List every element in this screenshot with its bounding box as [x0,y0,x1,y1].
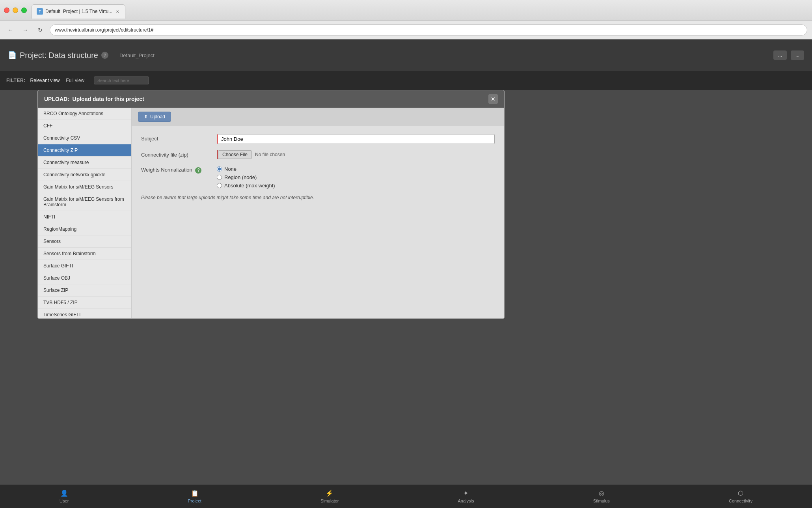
bottom-nav-connectivity[interactable]: ⬡Connectivity [721,488,760,505]
bottom-bar: 👤User📋Project⚡Simulator✦Analysis◎Stimulu… [0,484,812,508]
filter-label: FILTER: [6,78,26,83]
modal-body: BRCO Ontology AnnotationsCFFConnectivity… [38,108,504,319]
form-row-connectivity: Connectivity file (zip) Choose File No f… [141,150,495,159]
maximize-traffic-light[interactable] [21,7,27,13]
filter-bar: FILTER: Relevant view Full view [0,71,812,90]
radio-region-label: Region (node) [224,174,257,180]
project-icon: 📋 [191,489,199,497]
simulator-icon: ⚡ [326,489,333,497]
upload-modal: UPLOAD: Upload data for this project ✕ B… [37,90,505,319]
upload-label: Upload [150,114,165,120]
modal-nav-item[interactable]: NIFTI [38,211,131,223]
modal-nav-item[interactable]: Surface OBJ [38,272,131,284]
modal-nav-item[interactable]: RegionMapping [38,223,131,235]
main-area: 📦SensorsMEG - 248_sensors - sensors_impo… [0,90,812,484]
choose-file-button[interactable]: Choose File [218,150,252,159]
weights-info-icon[interactable]: ? [195,167,201,174]
radio-absolute[interactable]: Absolute (max weight) [217,183,495,189]
warning-text: Please be aware that large uploads might… [141,195,495,200]
connectivity-control: Choose File No file chosen [217,150,495,159]
bottom-nav-project[interactable]: 📋Project [180,488,209,505]
bottom-nav-simulator[interactable]: ⚡Simulator [313,488,346,505]
modal-toolbar: ⬆ Upload [132,108,504,126]
titlebar: T Default_Project | 1.5 The Virtu... ✕ [0,0,812,21]
weights-control: None Region (node) Absolute (max weight) [217,165,495,189]
modal-title: UPLOAD: Upload data for this project [44,96,144,102]
tab-favicon: T [37,8,43,15]
modal-content-area: ⬆ Upload Subject Connectivit [132,108,504,319]
radio-none[interactable]: None [217,166,495,172]
radio-absolute-label: Absolute (max weight) [224,183,275,189]
subject-input[interactable] [217,134,495,144]
modal-nav-item[interactable]: Surface ZIP [38,284,131,297]
modal-nav-item[interactable]: BRCO Ontology Annotations [38,108,131,120]
refresh-button[interactable]: ↻ [35,24,46,35]
modal-title-prefix: UPLOAD: [44,96,69,102]
weights-label: Weights Normalization ? [141,165,212,174]
filter-relevant-view[interactable]: Relevant view [30,78,60,83]
connectivity-icon: ⬡ [738,489,743,497]
project-label: Project [188,499,201,503]
modal-close-button[interactable]: ✕ [488,94,498,104]
tab-title: Default_Project | 1.5 The Virtu... [45,9,112,14]
radio-absolute-input[interactable] [217,183,222,188]
no-file-text: No file chosen [255,152,285,157]
tab-bar: T Default_Project | 1.5 The Virtu... ✕ [32,0,808,20]
stimulus-icon: ◎ [599,489,604,497]
search-input[interactable] [94,77,149,84]
modal-nav-item[interactable]: TimeSeries GIFTI [38,309,131,319]
user-icon: 👤 [60,489,68,497]
minimize-traffic-light[interactable] [13,7,18,13]
radio-region[interactable]: Region (node) [217,174,495,180]
bottom-nav-stimulus[interactable]: ◎Stimulus [585,488,618,505]
back-button[interactable]: ← [5,24,16,35]
radio-none-label: None [224,166,237,172]
app-title-group: 📄 Project: Data structure ? [8,51,108,60]
url-bar[interactable]: www.thevirtualbrain.org/project/editstru… [50,24,807,35]
modal-nav: BRCO Ontology AnnotationsCFFConnectivity… [38,108,132,319]
radio-none-input[interactable] [217,166,222,172]
modal-form: Subject Connectivity file (zip) Choose F… [132,126,504,319]
modal-title-main: Upload data for this project [73,96,144,102]
header-btn-1[interactable]: ... [773,50,787,60]
analysis-icon: ✦ [463,489,468,497]
modal-nav-item[interactable]: Surface GIFTI [38,260,131,272]
modal-nav-item[interactable]: TVB HDF5 / ZIP [38,297,131,309]
simulator-label: Simulator [320,499,339,503]
modal-nav-item[interactable]: Connectivity networkx gpickle [38,169,131,181]
addressbar: ← → ↻ www.thevirtualbrain.org/project/ed… [0,21,812,39]
close-traffic-light[interactable] [4,7,9,13]
upload-icon: ⬆ [144,114,148,120]
connectivity-label: Connectivity [729,499,752,503]
browser-tab[interactable]: T Default_Project | 1.5 The Virtu... ✕ [32,4,125,19]
user-label: User [60,499,69,503]
bottom-nav-user[interactable]: 👤User [52,488,76,505]
help-icon[interactable]: ? [101,52,108,59]
filter-full-view[interactable]: Full view [66,78,84,83]
modal-nav-item[interactable]: Connectivity measure [38,157,131,169]
bottom-nav-analysis[interactable]: ✦Analysis [450,488,482,505]
modal-nav-item[interactable]: Gain Matrix for s/M/EEG Sensors [38,181,131,193]
app-header: 📄 Project: Data structure ? Default_Proj… [0,39,812,71]
header-btn-2[interactable]: ... [791,50,804,60]
project-subtitle: Default_Project [119,52,155,58]
modal-nav-item[interactable]: CFF [38,120,131,132]
subject-control [217,134,495,144]
tab-close-button[interactable]: ✕ [115,9,120,14]
app-title-icon: 📄 [8,51,17,60]
form-row-subject: Subject [141,134,495,144]
modal-nav-item[interactable]: Sensors [38,235,131,248]
upload-button[interactable]: ⬆ Upload [138,112,171,122]
forward-button[interactable]: → [20,24,31,35]
modal-nav-item[interactable]: Connectivity ZIP [38,144,131,157]
file-input-wrapper: Choose File No file chosen [218,150,495,159]
modal-nav-item[interactable]: Sensors from Brainstorm [38,248,131,260]
subject-label: Subject [141,134,212,142]
radio-region-input[interactable] [217,175,222,180]
header-right: ... ... [773,50,804,60]
modal-header: UPLOAD: Upload data for this project ✕ [38,90,504,108]
modal-nav-item[interactable]: Connectivity CSV [38,132,131,144]
modal-nav-item[interactable]: Gain Matrix for s/M/EEG Sensors from Bra… [38,193,131,211]
stimulus-label: Stimulus [593,499,610,503]
form-row-weights: Weights Normalization ? None [141,165,495,189]
